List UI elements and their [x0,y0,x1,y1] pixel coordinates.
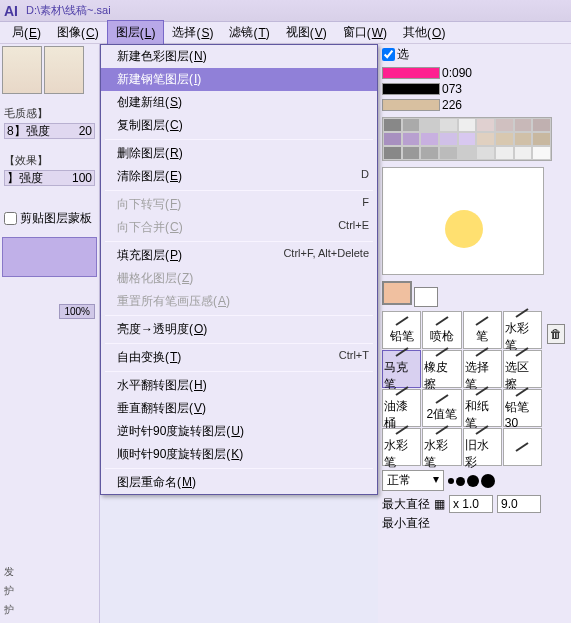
palette-cell-18[interactable] [383,146,402,160]
palette-cell-21[interactable] [439,146,458,160]
palette-cell-20[interactable] [420,146,439,160]
size-grid-icon[interactable]: ▦ [434,497,445,511]
palette-cell-19[interactable] [402,146,421,160]
brush-dot-2[interactable] [456,477,465,486]
menu-edit[interactable]: 局(E) [4,21,49,44]
palette-cell-13[interactable] [458,132,477,146]
palette-cell-4[interactable] [458,118,477,132]
menu-item-17[interactable]: 自由变换(T)Ctrl+T [101,346,377,369]
tool-选择笔[interactable]: 选择笔 [463,350,502,388]
background-color[interactable] [414,287,438,307]
menu-view[interactable]: 视图(V) [278,21,335,44]
brush-dot-3[interactable] [467,475,479,487]
tool-喷枪[interactable]: 喷枪 [422,311,461,349]
color-swatch-3[interactable] [382,99,440,111]
tool-铅笔[interactable]: 铅笔 [382,311,421,349]
palette-cell-3[interactable] [439,118,458,132]
palette-cell-22[interactable] [458,146,477,160]
tool-铅笔30[interactable]: 铅笔30 [503,389,542,427]
palette-cell-12[interactable] [439,132,458,146]
nav-thumb-2[interactable] [44,46,84,94]
palette-cell-16[interactable] [514,132,533,146]
menu-item-15[interactable]: 亮度→透明度(O) [101,318,377,341]
menu-item-0[interactable]: 新建色彩图层(N) [101,45,377,68]
selection-checkbox-input[interactable] [382,48,395,61]
texture-strength-slider[interactable]: 8】强度20 [4,123,95,139]
palette-cell-26[interactable] [532,146,551,160]
palette-cell-17[interactable] [532,132,551,146]
menu-item-19[interactable]: 水平翻转图层(H) [101,374,377,397]
tool-label: 喷枪 [430,328,454,345]
palette-cell-6[interactable] [495,118,514,132]
palette-cell-5[interactable] [476,118,495,132]
trash-icon[interactable]: 🗑 [547,324,565,344]
palette-cell-24[interactable] [495,146,514,160]
effect-strength-slider[interactable]: 】强度100 [4,170,95,186]
menu-item-21[interactable]: 逆时针90度旋转图层(U) [101,420,377,443]
menu-item-20[interactable]: 垂直翻转图层(V) [101,397,377,420]
tool-选区擦[interactable]: 选区擦 [503,350,542,388]
menu-item-1[interactable]: 新建钢笔图层(I) [101,68,377,91]
brush-size-presets[interactable] [448,474,495,488]
size-mult-field[interactable]: x 1.0 [449,495,493,513]
palette-cell-23[interactable] [476,146,495,160]
color-swatch-2[interactable] [382,83,440,95]
menu-item-24[interactable]: 图层重命名(M) [101,471,377,494]
menu-item-6[interactable]: 清除图层(E)D [101,165,377,188]
mode-btn-3[interactable]: 护 [2,601,16,619]
mode-btn-2[interactable]: 护 [2,582,16,600]
brush-dot-4[interactable] [481,474,495,488]
foreground-color[interactable] [382,281,412,305]
svg-line-0 [396,317,408,325]
palette-cell-10[interactable] [402,132,421,146]
menu-item-2[interactable]: 创建新组(S) [101,91,377,114]
menu-layer[interactable]: 图层(L) [107,20,165,45]
tool-水彩笔[interactable]: 水彩笔 [382,428,421,466]
menu-item-3[interactable]: 复制图层(C) [101,114,377,137]
selection-checkbox[interactable]: 选 [382,46,409,63]
tool-2值笔[interactable]: 2值笔 [422,389,461,427]
mode-btn-1[interactable]: 发 [2,563,16,581]
menu-item-12: 栅格化图层(Z) [101,267,377,290]
layer-thumbnail-slot[interactable] [2,237,97,277]
tool-马克笔[interactable]: 马克笔 [382,350,421,388]
tool-水彩笔[interactable]: 水彩笔 [503,311,542,349]
橡皮擦-icon [434,346,450,358]
menu-filter[interactable]: 滤镜(T) [221,21,277,44]
menu-select[interactable]: 选择(S) [164,21,221,44]
svg-line-12 [396,426,408,434]
menu-separator [105,241,373,242]
menu-window[interactable]: 窗口(W) [335,21,395,44]
palette-cell-2[interactable] [420,118,439,132]
palette-cell-1[interactable] [402,118,421,132]
blend-mode-select[interactable]: 正常▾ [382,470,444,491]
menu-item-22[interactable]: 顺时针90度旋转图层(K) [101,443,377,466]
clipping-mask-checkbox[interactable]: 剪贴图层蒙板 [0,208,99,229]
palette-cell-9[interactable] [383,132,402,146]
笔-icon [474,315,490,327]
palette-cell-25[interactable] [514,146,533,160]
palette-cell-0[interactable] [383,118,402,132]
nav-thumb-1[interactable] [2,46,42,94]
color-swatch-1[interactable] [382,67,440,79]
palette-cell-14[interactable] [476,132,495,146]
brush-dot-1[interactable] [448,478,454,484]
palette-cell-15[interactable] [495,132,514,146]
tool-笔[interactable]: 笔 [463,311,502,349]
tool-旧水彩[interactable]: 旧水彩 [463,428,502,466]
palette-cell-8[interactable] [532,118,551,132]
tool-橡皮擦[interactable]: 橡皮擦 [422,350,461,388]
tool-油漆桶[interactable]: 油漆桶 [382,389,421,427]
size-val-field[interactable]: 9.0 [497,495,541,513]
palette-cell-11[interactable] [420,132,439,146]
menu-item-11[interactable]: 填充图层(P)Ctrl+F, Alt+Delete [101,244,377,267]
texture-section-title: 毛质感】 [4,106,95,121]
palette-cell-7[interactable] [514,118,533,132]
clipping-mask-input[interactable] [4,212,17,225]
tool-水彩笔[interactable]: 水彩笔 [422,428,461,466]
menu-item-5[interactable]: 删除图层(R) [101,142,377,165]
menu-other[interactable]: 其他(O) [395,21,453,44]
menu-image[interactable]: 图像(C) [49,21,107,44]
opacity-readout[interactable]: 100% [59,304,95,319]
tool-和纸笔[interactable]: 和纸笔 [463,389,502,427]
